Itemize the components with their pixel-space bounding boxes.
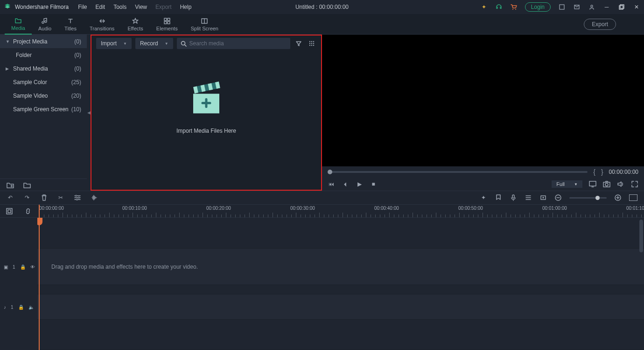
display-icon[interactable] <box>589 180 596 188</box>
export-button[interactable]: Export <box>584 19 616 30</box>
maximize-icon[interactable] <box>618 3 625 11</box>
support-icon[interactable] <box>495 3 503 11</box>
sidebar-item-sample-video[interactable]: Sample Video(20) <box>0 89 87 102</box>
lock-icon[interactable]: 🔒 <box>20 264 26 270</box>
link-icon[interactable] <box>24 207 32 215</box>
login-button[interactable]: Login <box>525 2 551 12</box>
redo-icon[interactable]: ↷ <box>23 194 31 201</box>
message-icon[interactable] <box>573 3 581 11</box>
timeline-ruler[interactable]: 00:00:00:00 00:00:10:00 00:00:20:00 00:0… <box>37 205 644 218</box>
play-icon[interactable]: ▶ <box>356 180 363 188</box>
svg-rect-7 <box>619 6 623 9</box>
video-track-icon: ▣ <box>4 264 8 270</box>
mixer-icon[interactable] <box>525 194 532 201</box>
folder-icon[interactable] <box>23 181 31 189</box>
svg-point-21 <box>309 45 310 46</box>
new-folder-icon[interactable] <box>7 181 14 189</box>
cut-icon[interactable]: ✂ <box>57 194 64 201</box>
fullscreen-icon[interactable] <box>631 180 638 188</box>
voiceover-icon[interactable] <box>510 194 517 201</box>
video-track[interactable]: Drag and drop media and effects here to … <box>37 249 644 285</box>
scrub-thumb[interactable] <box>328 170 332 174</box>
cart-icon[interactable] <box>510 3 518 11</box>
svg-rect-12 <box>168 21 170 24</box>
tab-titles[interactable]: Titles <box>58 14 83 35</box>
timeline-tracks[interactable]: 00:00:00:00 00:00:10:00 00:00:20:00 00:0… <box>37 205 644 350</box>
step-back-icon[interactable]: ⏴ <box>342 180 349 188</box>
close-icon[interactable]: ✕ <box>633 3 640 11</box>
tab-split-screen[interactable]: Split Screen <box>184 14 225 35</box>
tab-media[interactable]: Media <box>5 14 32 35</box>
adjust-icon[interactable] <box>74 194 81 201</box>
marker-icon[interactable] <box>495 194 502 201</box>
lock-icon[interactable]: 🔒 <box>18 305 24 310</box>
search-icon <box>181 41 187 47</box>
audio-wave-icon[interactable] <box>91 194 98 201</box>
svg-point-34 <box>76 195 77 197</box>
filter-icon[interactable] <box>294 39 303 48</box>
timeline-options-icon[interactable] <box>6 207 13 215</box>
video-track-header[interactable]: ▣1 🔒 👁 <box>0 249 37 285</box>
audio-track-header[interactable]: ♪1 🔒 🔈 <box>0 294 37 320</box>
playhead[interactable] <box>39 205 40 350</box>
svg-point-33 <box>605 183 608 186</box>
search-box[interactable] <box>177 38 290 49</box>
vertical-scrollbar[interactable] <box>639 220 643 252</box>
render-icon[interactable]: ✦ <box>480 194 487 201</box>
mark-in-icon[interactable]: { <box>593 168 595 176</box>
tab-audio[interactable]: Audio <box>32 14 58 35</box>
prev-frame-icon[interactable]: ⏮ <box>328 180 335 188</box>
sidebar-item-folder[interactable]: Folder(0) <box>0 48 87 62</box>
svg-point-14 <box>181 41 185 45</box>
mark-out-icon[interactable]: } <box>601 168 603 176</box>
zoom-thumb[interactable] <box>595 196 600 200</box>
visibility-icon[interactable]: 👁 <box>30 264 35 270</box>
tab-elements[interactable]: Elements <box>150 14 184 35</box>
svg-rect-9 <box>164 18 167 21</box>
sidebar-item-project-media[interactable]: ▼Project Media(0) <box>0 35 87 48</box>
menu-view[interactable]: View <box>135 4 147 10</box>
sidebar-collapse-icon[interactable]: ◀ <box>87 35 91 191</box>
account-icon[interactable] <box>588 3 595 11</box>
tab-transitions[interactable]: Transitions <box>83 14 121 35</box>
menu-tools[interactable]: Tools <box>113 4 126 10</box>
zoom-fit-icon[interactable] <box>629 194 637 201</box>
grid-view-icon[interactable] <box>307 39 316 48</box>
save-icon[interactable] <box>558 3 566 11</box>
volume-icon[interactable] <box>617 180 624 188</box>
import-dropdown[interactable]: Import▼ <box>96 38 132 49</box>
sidebar-item-shared-media[interactable]: ▶Shared Media(0) <box>0 62 87 75</box>
app-logo-icon <box>4 3 11 11</box>
menu-file[interactable]: File <box>78 4 87 10</box>
mute-icon[interactable]: 🔈 <box>28 305 34 310</box>
zoom-in-icon[interactable] <box>614 194 622 201</box>
svg-rect-11 <box>164 21 167 24</box>
sidebar-item-sample-green[interactable]: Sample Green Screen(10) <box>0 102 87 116</box>
minimize-icon[interactable]: ─ <box>603 3 610 11</box>
keyframe-icon[interactable] <box>539 194 547 201</box>
idea-icon[interactable]: ✦ <box>480 3 488 11</box>
svg-rect-8 <box>620 5 624 8</box>
menu-edit[interactable]: Edit <box>96 4 105 10</box>
audio-track[interactable] <box>37 294 644 320</box>
quality-select[interactable]: Full▼ <box>552 180 582 188</box>
preview-screen[interactable] <box>322 35 644 166</box>
zoom-out-icon[interactable] <box>554 194 562 201</box>
svg-point-16 <box>311 41 312 42</box>
media-drop-zone[interactable]: Import Media Files Here <box>176 81 236 134</box>
stop-icon[interactable]: ■ <box>370 180 377 188</box>
search-input[interactable] <box>189 40 287 47</box>
undo-icon[interactable]: ↶ <box>7 194 14 201</box>
record-dropdown[interactable]: Record▼ <box>135 38 173 49</box>
zoom-slider[interactable] <box>569 197 607 199</box>
clapperboard-icon <box>188 81 225 118</box>
menu-help[interactable]: Help <box>180 4 192 10</box>
delete-icon[interactable] <box>40 194 48 201</box>
scrub-track[interactable] <box>328 171 588 173</box>
tab-effects[interactable]: Effects <box>121 14 149 35</box>
svg-rect-10 <box>168 18 170 21</box>
main-area: ▼Project Media(0) Folder(0) ▶Shared Medi… <box>0 35 644 191</box>
media-sidebar: ▼Project Media(0) Folder(0) ▶Shared Medi… <box>0 35 87 191</box>
sidebar-item-sample-color[interactable]: Sample Color(25) <box>0 75 87 89</box>
snapshot-icon[interactable] <box>603 180 610 188</box>
